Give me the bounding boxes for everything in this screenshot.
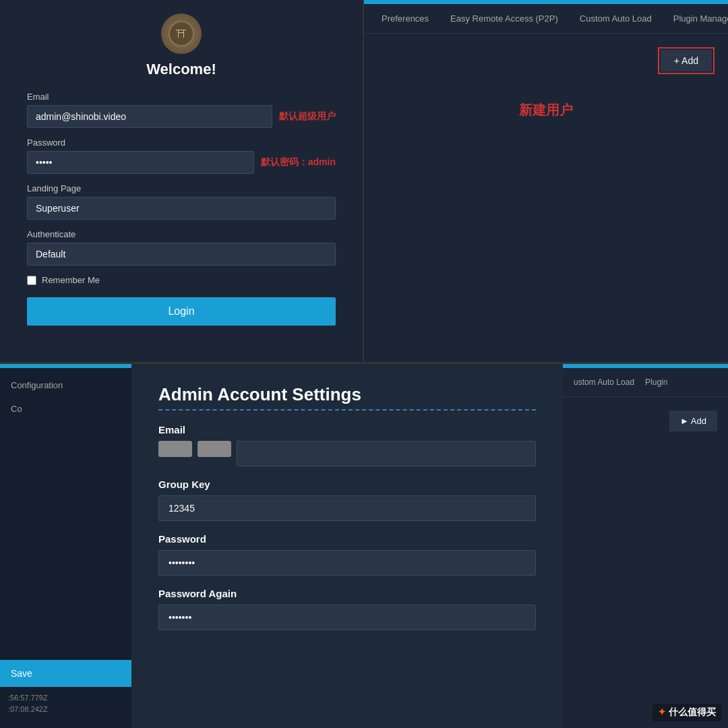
logo-area: ⛩ <box>161 13 202 54</box>
landing-select[interactable]: Superuser <box>27 197 336 220</box>
right-content-area: ► Add <box>563 397 728 445</box>
right-add-button[interactable]: ► Add <box>669 411 717 431</box>
remember-label: Remember Me <box>42 275 100 285</box>
sidebar-nav: Configuration Co <box>0 364 131 426</box>
authenticate-select[interactable]: Default <box>27 243 336 266</box>
new-user-label: 新建用户 <box>519 101 573 119</box>
sidebar-tab-configuration[interactable]: Configuration <box>0 373 131 397</box>
admin-password-label: Password <box>158 533 536 545</box>
password-group: Password 默认密码：admin <box>27 138 336 174</box>
timestamp-area: :56:57.779Z :07:08.242Z <box>0 687 131 721</box>
password-annotation: 默认密码：admin <box>261 156 336 169</box>
add-user-button[interactable]: + Add <box>661 50 712 71</box>
nav-tabs: Preferences Easy Remote Access (P2P) Cus… <box>364 4 728 34</box>
watermark-icon: ✦ <box>658 706 669 717</box>
email-field-label: Email <box>158 424 536 435</box>
landing-label: Landing Page <box>27 183 336 193</box>
landing-group: Landing Page Superuser <box>27 183 336 220</box>
remember-checkbox[interactable] <box>27 276 36 285</box>
welcome-heading: Welcome! <box>146 61 216 78</box>
authenticate-group: Authenticate Default <box>27 229 336 266</box>
main-content-area: Admin Account Settings Email Group Key P… <box>131 364 563 728</box>
email-input[interactable] <box>27 105 272 128</box>
group-key-label: Group Key <box>158 479 536 490</box>
svg-text:⛩: ⛩ <box>176 28 187 40</box>
user-management-panel: Preferences Easy Remote Access (P2P) Cus… <box>364 0 728 362</box>
login-panel: ⛩ Welcome! Email 默认超级用户 Password 默认密码：ad… <box>0 0 364 362</box>
remember-row: Remember Me <box>27 275 336 285</box>
section-title: Admin Account Settings <box>158 384 536 405</box>
right-nav-tabs: ustom Auto Load Plugin <box>563 368 728 397</box>
email-annotation: 默认超级用户 <box>279 111 336 123</box>
right-tab-plugin[interactable]: Plugin <box>640 368 673 396</box>
bottom-half: Configuration Co Save :56:57.779Z :07:08… <box>0 364 728 728</box>
watermark-text: 什么值得买 <box>669 706 716 717</box>
admin-password-input[interactable] <box>158 550 536 576</box>
email-group: Email 默认超级用户 <box>27 92 336 128</box>
group-key-input[interactable] <box>158 495 536 521</box>
save-button[interactable]: Save <box>0 660 131 687</box>
timestamp-1: :56:57.779Z <box>8 692 123 704</box>
sidebar-tab-co[interactable]: Co <box>0 397 131 421</box>
password-again-label: Password Again <box>158 588 536 599</box>
admin-password-again-input[interactable] <box>158 605 536 630</box>
watermark: ✦ 什么值得买 <box>653 704 721 721</box>
email-label: Email <box>27 92 336 102</box>
email-blurred-row <box>158 441 536 466</box>
tab-plugin-manager[interactable]: Plugin Manager <box>663 4 728 33</box>
admin-email-input[interactable] <box>237 441 536 466</box>
password-label: Password <box>27 138 336 148</box>
left-sidebar: Configuration Co Save :56:57.779Z :07:08… <box>0 364 131 728</box>
blurred-block-2 <box>198 441 231 457</box>
tab-preferences[interactable]: Preferences <box>371 4 439 33</box>
right-panel-bottom: ustom Auto Load Plugin ► Add <box>563 364 728 728</box>
sidebar-tabs: Configuration Co <box>0 368 131 426</box>
authenticate-label: Authenticate <box>27 229 336 239</box>
timestamp-2: :07:08.242Z <box>8 704 123 716</box>
logo-icon: ⛩ <box>161 13 202 54</box>
tab-easy-remote[interactable]: Easy Remote Access (P2P) <box>439 4 569 33</box>
right-tab-custom-auto[interactable]: ustom Auto Load <box>568 368 640 396</box>
user-content-area: + Add 新建用户 <box>364 34 728 362</box>
add-button-wrapper: + Add <box>658 47 715 74</box>
login-button[interactable]: Login <box>27 297 336 326</box>
password-input[interactable] <box>27 151 254 174</box>
section-divider <box>158 409 536 411</box>
tab-custom-auto-load[interactable]: Custom Auto Load <box>569 4 663 33</box>
blurred-block-1 <box>158 441 192 457</box>
